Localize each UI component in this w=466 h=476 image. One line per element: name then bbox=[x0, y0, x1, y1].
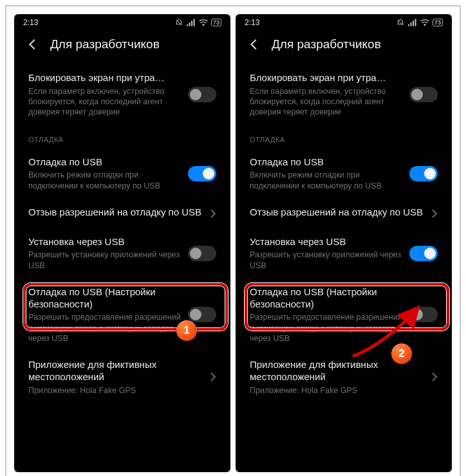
svg-rect-3 bbox=[191, 21, 192, 26]
row-title: Отладка по USB bbox=[250, 156, 403, 169]
row-usb-security[interactable]: Отладка по USB (Настройки безопасности) … bbox=[15, 279, 229, 351]
row-title: Установка через USB bbox=[250, 236, 403, 248]
row-desc: Приложение: Hola Fake GPS bbox=[250, 385, 425, 396]
row-install-usb[interactable]: Установка через USB Разрешить установку … bbox=[15, 228, 229, 279]
svg-rect-4 bbox=[193, 19, 194, 26]
comparison-canvas: 2:13 73 Для разработчиков Блокировать эк… bbox=[5, 5, 461, 476]
row-title: Приложение для фиктивных местоположений bbox=[28, 359, 203, 383]
row-title: Отладка по USB (Настройки безопасности) bbox=[250, 286, 403, 311]
battery-icon: 73 bbox=[211, 19, 221, 26]
chevron-right-icon bbox=[431, 372, 438, 382]
row-title: Блокировать экран при утра… bbox=[28, 72, 182, 84]
chevron-right-icon bbox=[210, 372, 216, 382]
row-desc: Разрешить установку приложений через USB bbox=[28, 250, 182, 271]
battery-percent: 73 bbox=[433, 19, 443, 26]
dnd-icon bbox=[174, 19, 183, 26]
row-usb-debug[interactable]: Отладка по USB Включить режим отладки пр… bbox=[237, 149, 451, 199]
status-bar: 2:13 73 bbox=[236, 14, 452, 31]
svg-point-5 bbox=[203, 24, 204, 26]
toggle-usb-security[interactable] bbox=[409, 307, 438, 322]
toggle-usb-security[interactable] bbox=[188, 307, 216, 322]
row-revoke-permissions[interactable]: Отзыв разрешений на отладку по USB bbox=[15, 199, 229, 228]
svg-rect-9 bbox=[413, 21, 414, 26]
status-icons: 73 bbox=[174, 19, 221, 26]
row-lock-screen[interactable]: Блокировать экран при утра… Если парамет… bbox=[237, 64, 451, 125]
toggle-usb-debug[interactable] bbox=[409, 166, 438, 181]
row-lock-screen[interactable]: Блокировать экран при утра… Если парамет… bbox=[15, 64, 229, 125]
row-desc: Если параметр включен, устройство блокир… bbox=[250, 86, 403, 118]
battery-icon: 73 bbox=[433, 19, 443, 26]
svg-point-11 bbox=[424, 24, 425, 26]
svg-rect-2 bbox=[189, 23, 190, 26]
status-time: 2:13 bbox=[23, 18, 38, 27]
toggle-usb-debug[interactable] bbox=[188, 166, 216, 181]
header: Для разработчиков bbox=[14, 31, 230, 64]
row-title: Приложение для фиктивных местоположений bbox=[250, 359, 425, 383]
wifi-icon bbox=[420, 19, 429, 26]
row-desc: Если параметр включен, устройство блокир… bbox=[28, 86, 182, 118]
svg-rect-10 bbox=[415, 19, 416, 26]
header: Для разработчиков bbox=[236, 31, 452, 64]
row-usb-security[interactable]: Отладка по USB (Настройки безопасности) … bbox=[237, 279, 451, 351]
status-icons: 73 bbox=[396, 19, 443, 26]
row-mock-location[interactable]: Приложение для фиктивных местоположений … bbox=[15, 351, 229, 403]
row-desc: Разрешить установку приложений через USB bbox=[250, 250, 403, 271]
status-time: 2:13 bbox=[245, 18, 259, 27]
signal-icon bbox=[408, 19, 417, 26]
back-icon[interactable] bbox=[26, 37, 40, 51]
toggle-install-usb[interactable] bbox=[188, 246, 216, 261]
row-desc: Приложение: Hola Fake GPS bbox=[28, 385, 203, 396]
chevron-right-icon bbox=[210, 208, 216, 219]
section-label-debug: ОТЛАДКА bbox=[15, 125, 229, 149]
page-title: Для разработчиков bbox=[50, 37, 160, 51]
status-bar: 2:13 73 bbox=[14, 14, 230, 31]
row-desc: Разрешить предоставление разрешений и им… bbox=[28, 312, 182, 343]
toggle-lock-screen[interactable] bbox=[188, 87, 216, 102]
phone-right: 2:13 73 Для разработчиков Блокировать эк… bbox=[236, 14, 452, 472]
row-title: Отладка по USB bbox=[28, 156, 182, 169]
row-mock-location[interactable]: Приложение для фиктивных местоположений … bbox=[237, 351, 451, 403]
back-icon[interactable] bbox=[247, 37, 261, 51]
row-desc: Разрешить предоставление разрешений и им… bbox=[250, 312, 403, 343]
settings-list[interactable]: Блокировать экран при утра… Если парамет… bbox=[14, 64, 230, 472]
row-desc: Включить режим отладки при подключении к… bbox=[250, 170, 403, 191]
row-title: Блокировать экран при утра… bbox=[250, 72, 403, 84]
chevron-right-icon bbox=[431, 208, 438, 219]
phone-left: 2:13 73 Для разработчиков Блокировать эк… bbox=[14, 14, 230, 472]
svg-rect-1 bbox=[187, 24, 188, 26]
page-title: Для разработчиков bbox=[272, 37, 381, 51]
row-title: Установка через USB bbox=[28, 236, 182, 248]
toggle-lock-screen[interactable] bbox=[409, 87, 438, 102]
svg-rect-8 bbox=[410, 23, 411, 26]
row-desc: Включить режим отладки при подключении к… bbox=[28, 170, 182, 191]
battery-percent: 73 bbox=[211, 19, 221, 26]
svg-rect-7 bbox=[408, 24, 409, 26]
row-install-usb[interactable]: Установка через USB Разрешить установку … bbox=[237, 228, 451, 279]
signal-icon bbox=[187, 19, 196, 26]
row-title: Отзыв разрешений на отладку по USB bbox=[28, 206, 203, 219]
settings-list[interactable]: Блокировать экран при утра… Если парамет… bbox=[236, 64, 452, 472]
row-usb-debug[interactable]: Отладка по USB Включить режим отладки пр… bbox=[15, 149, 229, 199]
row-revoke-permissions[interactable]: Отзыв разрешений на отладку по USB bbox=[237, 199, 451, 228]
row-title: Отзыв разрешений на отладку по USB bbox=[250, 206, 425, 219]
section-label-debug: ОТЛАДКА bbox=[237, 125, 451, 149]
wifi-icon bbox=[199, 19, 208, 26]
row-title: Отладка по USB (Настройки безопасности) bbox=[28, 286, 182, 311]
toggle-install-usb[interactable] bbox=[409, 246, 438, 261]
dnd-icon bbox=[396, 19, 405, 26]
